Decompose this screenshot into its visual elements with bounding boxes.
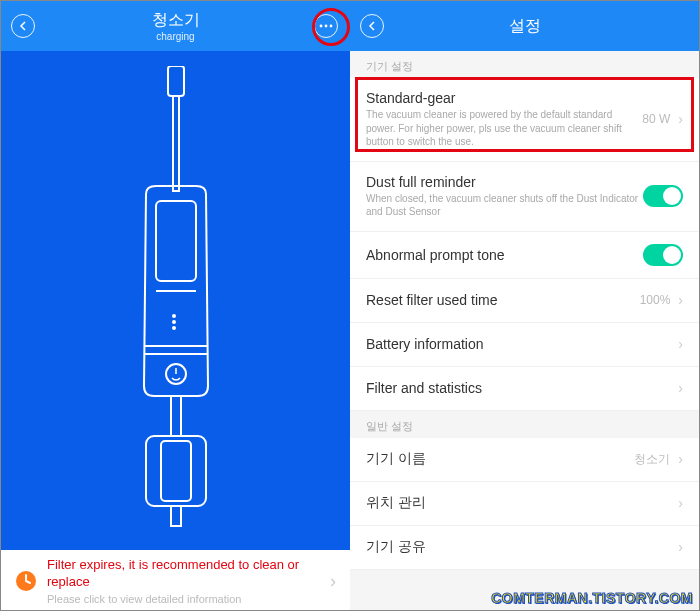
chevron-right-icon: › [678, 380, 683, 396]
vacuum-illustration [101, 66, 251, 536]
svg-rect-3 [168, 66, 184, 96]
svg-point-9 [173, 327, 175, 329]
chevron-right-icon: › [678, 451, 683, 467]
row-value: 청소기 [634, 451, 670, 468]
toggle-abnormal-tone[interactable] [643, 244, 683, 266]
settings-title: 설정 [509, 16, 541, 37]
row-value: 80 W [642, 112, 670, 126]
filter-warning-banner[interactable]: Filter expires, it is recommended to cle… [1, 550, 350, 611]
svg-rect-14 [146, 436, 206, 506]
right-header: 설정 [350, 1, 699, 51]
row-title: Abnormal prompt tone [366, 247, 643, 263]
device-illustration-area [1, 51, 350, 550]
svg-rect-5 [156, 201, 196, 281]
chevron-left-icon [18, 21, 28, 31]
row-title: Reset filter used time [366, 292, 640, 308]
svg-rect-13 [171, 396, 181, 436]
more-button[interactable] [314, 14, 338, 38]
watermark: COMTERMAN.TISTORY.COM [491, 590, 693, 606]
row-title: Standard-gear [366, 90, 642, 106]
settings-screen: 설정 기기 설정 Standard-gear The vacuum cleane… [350, 1, 699, 611]
row-dust-reminder: Dust full reminder When closed, the vacu… [350, 162, 699, 232]
svg-point-0 [320, 25, 323, 28]
svg-rect-17 [171, 506, 181, 526]
chevron-right-icon: › [678, 539, 683, 555]
chevron-right-icon: › [330, 571, 336, 592]
row-value: 100% [640, 293, 671, 307]
banner-text: Filter expires, it is recommended to cle… [47, 557, 330, 605]
row-filter-stats[interactable]: Filter and statistics › [350, 367, 699, 411]
header-title: 청소기 [152, 10, 200, 31]
row-title: 기기 이름 [366, 450, 634, 468]
section-device-label: 기기 설정 [350, 51, 699, 78]
chevron-right-icon: › [678, 111, 683, 127]
settings-body: 기기 설정 Standard-gear The vacuum cleaner i… [350, 51, 699, 611]
banner-title: Filter expires, it is recommended to cle… [47, 557, 330, 591]
svg-point-8 [173, 321, 175, 323]
row-title: Filter and statistics [366, 380, 678, 396]
chevron-right-icon: › [678, 495, 683, 511]
row-title: Battery information [366, 336, 678, 352]
svg-point-7 [173, 315, 175, 317]
svg-rect-15 [161, 441, 191, 501]
left-header: 청소기 charging [1, 1, 350, 51]
chevron-right-icon: › [678, 336, 683, 352]
header-status: charging [152, 31, 200, 42]
section-general-label: 일반 설정 [350, 411, 699, 438]
row-desc: The vacuum cleaner is powered by the def… [366, 108, 642, 149]
row-location[interactable]: 위치 관리 › [350, 482, 699, 526]
banner-subtitle: Please click to view detailed informatio… [47, 593, 330, 605]
toggle-dust-reminder[interactable] [643, 185, 683, 207]
device-screen: 청소기 charging [1, 1, 350, 611]
row-reset-filter[interactable]: Reset filter used time 100% › [350, 279, 699, 323]
row-title: 기기 공유 [366, 538, 678, 556]
chevron-right-icon: › [678, 292, 683, 308]
row-abnormal-tone: Abnormal prompt tone [350, 232, 699, 279]
back-button[interactable] [11, 14, 35, 38]
row-battery-info[interactable]: Battery information › [350, 323, 699, 367]
row-standard-gear[interactable]: Standard-gear The vacuum cleaner is powe… [350, 78, 699, 162]
back-button[interactable] [360, 14, 384, 38]
row-title: Dust full reminder [366, 174, 643, 190]
svg-point-2 [330, 25, 333, 28]
svg-rect-4 [173, 96, 179, 191]
chevron-left-icon [367, 21, 377, 31]
row-title: 위치 관리 [366, 494, 678, 512]
row-desc: When closed, the vacuum cleaner shuts of… [366, 192, 643, 219]
row-device-name[interactable]: 기기 이름 청소기 › [350, 438, 699, 482]
header-title-group: 청소기 charging [152, 10, 200, 42]
clock-warning-icon [15, 570, 37, 592]
svg-point-1 [325, 25, 328, 28]
row-device-share[interactable]: 기기 공유 › [350, 526, 699, 570]
more-icon [319, 24, 333, 28]
